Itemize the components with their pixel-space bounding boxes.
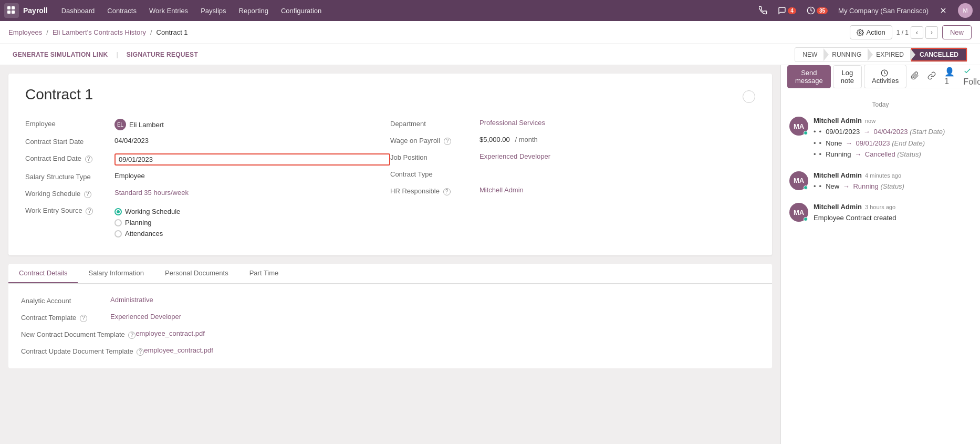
breadcrumb-employees[interactable]: Employees [8, 28, 42, 36]
chatter-panel: Send message Log note Activities 👤 1 Fol… [780, 65, 980, 444]
contract-update-document-template-value[interactable]: employee_contract.pdf [144, 346, 759, 354]
department-row: Department Professional Services [390, 116, 755, 132]
chatter-header: Send message Log note Activities 👤 1 Fol… [781, 65, 980, 88]
contract-start-date-value[interactable]: 04/04/2023 [114, 137, 390, 144]
app-name: Payroll [23, 6, 48, 15]
clock-icon-btn[interactable]: 35 [804, 5, 831, 16]
radio-attendances[interactable]: Attendances [114, 230, 390, 238]
day-label: Today [789, 101, 972, 108]
salary-structure-type-value[interactable]: Employee [114, 172, 390, 180]
user-avatar[interactable]: M [955, 2, 976, 19]
employee-avatar: EL Eli Lambert [114, 119, 164, 130]
hr-responsible-help[interactable]: ? [443, 188, 451, 195]
nav-contracts[interactable]: Contracts [102, 5, 142, 17]
page-prev-btn[interactable]: ‹ [911, 26, 923, 39]
close-icon-btn[interactable] [936, 5, 951, 16]
working-schedule-help[interactable]: ? [84, 191, 91, 198]
working-schedule-value[interactable]: Standard 35 hours/week [114, 189, 390, 197]
tab-contract-details[interactable]: Contract Details [8, 264, 78, 283]
contract-template-value[interactable]: Experienced Developer [110, 313, 759, 321]
chatter-time-1: now [865, 118, 875, 124]
generate-simulation-link[interactable]: GENERATE SIMULATION LINK [8, 51, 112, 58]
tabs-bar: Contract Details Salary Information Pers… [8, 264, 772, 284]
status-running[interactable]: RUNNING [825, 49, 869, 60]
breadcrumb-bar: Employees / Eli Lambert's Contracts Hist… [0, 21, 980, 44]
hr-responsible-label: HR Responsible ? [390, 186, 479, 195]
tab-salary-information[interactable]: Salary Information [78, 264, 154, 283]
chatter-meta-3: Mitchell Admin 3 hours ago [814, 203, 972, 211]
new-contract-document-template-value[interactable]: employee_contract.pdf [135, 329, 759, 337]
work-entry-source-options: Working Schedule Planning Attendances [114, 205, 390, 240]
tab-content: Analytic Account Administrative Contract… [8, 284, 772, 368]
radio-attendances-circle [114, 230, 122, 238]
breadcrumb-sep-1: / [46, 28, 48, 36]
chatter-message-1: MA Mitchell Admin now • 09/01/2023 → 04/… [789, 117, 972, 161]
tab-part-time[interactable]: Part Time [239, 264, 289, 283]
link-icon[interactable] [925, 69, 938, 84]
form-grid: Employee EL Eli Lambert Contract Start D… [25, 116, 755, 243]
radio-working-schedule-circle [114, 208, 122, 215]
chatter-bullet-2a: • New → Running (Status) [814, 181, 972, 192]
phone-icon-btn[interactable] [756, 5, 770, 16]
company-name[interactable]: My Company (San Francisco) [835, 5, 932, 16]
contract-update-document-template-help[interactable]: ? [137, 348, 144, 356]
top-navigation: Payroll Dashboard Contracts Work Entries… [0, 0, 980, 21]
tab-personal-documents[interactable]: Personal Documents [154, 264, 239, 283]
new-contract-document-template-help[interactable]: ? [128, 332, 135, 339]
radio-attendances-label: Attendances [125, 230, 163, 238]
radio-group: Working Schedule Planning Attendances [114, 205, 390, 240]
nav-configuration[interactable]: Configuration [276, 5, 327, 17]
hr-responsible-value[interactable]: Mitchell Admin [479, 186, 755, 194]
separator-1: | [116, 50, 118, 58]
status-expired[interactable]: EXPIRED [869, 49, 911, 60]
status-circle[interactable] [743, 90, 755, 103]
chatter-message-2: MA Mitchell Admin 4 minutes ago • New → … [789, 171, 972, 193]
nav-dashboard[interactable]: Dashboard [56, 5, 100, 17]
employee-value: EL Eli Lambert [114, 119, 390, 130]
radio-planning[interactable]: Planning [114, 219, 390, 226]
contract-start-date-label: Contract Start Date [25, 137, 114, 146]
contract-type-label: Contract Type [390, 169, 479, 178]
work-entry-source-label: Work Entry Source ? [25, 205, 114, 215]
signature-request-link[interactable]: SIGNATURE REQUEST [122, 51, 202, 58]
status-bar: NEW RUNNING EXPIRED CANCELLED [795, 47, 967, 62]
status-cancelled[interactable]: CANCELLED [911, 48, 967, 61]
breadcrumb-contracts-history[interactable]: Eli Lambert's Contracts History [53, 28, 146, 36]
department-value[interactable]: Professional Services [479, 119, 755, 127]
job-position-value[interactable]: Experienced Developer [479, 152, 755, 160]
nav-reporting[interactable]: Reporting [234, 5, 274, 17]
follow-icon[interactable]: Follo... [961, 65, 980, 89]
contract-end-date-value[interactable]: 09/01/2023 [114, 153, 390, 166]
nav-payslips[interactable]: Payslips [195, 5, 231, 17]
wage-help[interactable]: ? [444, 138, 451, 145]
send-message-button[interactable]: Send message [787, 65, 831, 88]
new-button[interactable]: New [942, 25, 972, 39]
attachment-icon[interactable] [909, 69, 921, 84]
work-entry-source-help[interactable]: ? [86, 208, 93, 215]
wage-period: / month [515, 136, 537, 143]
nav-work-entries[interactable]: Work Entries [144, 5, 193, 17]
status-new[interactable]: NEW [795, 49, 825, 60]
log-note-button[interactable]: Log note [833, 65, 862, 88]
page-next-btn[interactable]: › [925, 26, 938, 39]
contract-end-date-help[interactable]: ? [85, 156, 92, 163]
person-icon[interactable]: 👤 1 [942, 65, 957, 88]
contract-title: Contract 1 [25, 86, 755, 103]
page-count: 1 / 1 [896, 29, 909, 36]
app-grid-icon[interactable] [4, 3, 19, 18]
chatter-time-2: 4 minutes ago [865, 172, 901, 179]
employee-avatar-circle: EL [114, 119, 126, 130]
analytic-account-value[interactable]: Administrative [110, 296, 759, 304]
chat-icon-btn[interactable]: 4 [775, 5, 799, 16]
activities-button[interactable]: Activities [864, 65, 906, 88]
chatter-avatar-1: MA [789, 117, 808, 136]
svg-rect-2 [7, 11, 11, 14]
page-navigator: 1 / 1 ‹ › [896, 26, 938, 39]
action-button[interactable]: Action [850, 25, 892, 39]
working-schedule-label: Working Schedule ? [25, 189, 114, 198]
chatter-bullet-1a: • 09/01/2023 → 04/04/2023 (Start Date) [814, 127, 972, 137]
chatter-text-2: • New → Running (Status) [814, 181, 972, 192]
contract-template-help[interactable]: ? [80, 315, 87, 322]
department-label: Department [390, 119, 479, 128]
radio-working-schedule[interactable]: Working Schedule [114, 208, 390, 215]
